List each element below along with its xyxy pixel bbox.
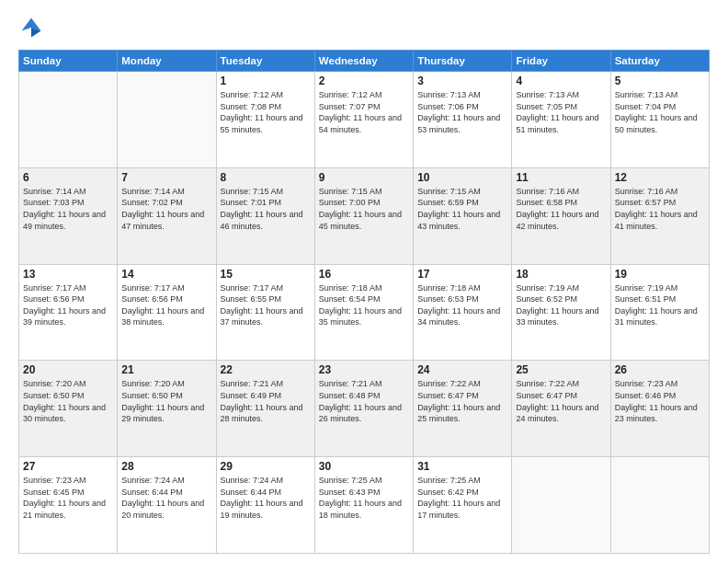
cell-info: Sunrise: 7:21 AM Sunset: 6:49 PM Dayligh…	[221, 378, 311, 424]
calendar-cell: 11Sunrise: 7:16 AM Sunset: 6:58 PM Dayli…	[512, 167, 610, 264]
day-number: 6	[23, 171, 113, 184]
cell-info: Sunrise: 7:22 AM Sunset: 6:47 PM Dayligh…	[516, 378, 606, 424]
calendar-cell: 18Sunrise: 7:19 AM Sunset: 6:52 PM Dayli…	[512, 264, 610, 361]
calendar-cell: 29Sunrise: 7:24 AM Sunset: 6:44 PM Dayli…	[216, 457, 314, 554]
cell-info: Sunrise: 7:16 AM Sunset: 6:58 PM Dayligh…	[516, 186, 606, 232]
cell-info: Sunrise: 7:25 AM Sunset: 6:42 PM Dayligh…	[417, 475, 507, 521]
cell-info: Sunrise: 7:25 AM Sunset: 6:43 PM Dayligh…	[319, 475, 409, 521]
cell-info: Sunrise: 7:13 AM Sunset: 7:04 PM Dayligh…	[615, 89, 705, 135]
day-number: 19	[615, 268, 705, 281]
calendar-cell: 15Sunrise: 7:17 AM Sunset: 6:55 PM Dayli…	[216, 264, 314, 361]
calendar-cell: 4Sunrise: 7:13 AM Sunset: 7:05 PM Daylig…	[512, 72, 610, 168]
day-number: 26	[615, 363, 705, 376]
weekday-header-sunday: Sunday	[19, 51, 118, 72]
cell-info: Sunrise: 7:15 AM Sunset: 7:00 PM Dayligh…	[319, 186, 409, 232]
day-number: 23	[319, 363, 409, 376]
calendar-cell	[19, 72, 118, 168]
calendar-cell	[610, 457, 709, 554]
week-row-3: 13Sunrise: 7:17 AM Sunset: 6:56 PM Dayli…	[19, 264, 710, 361]
weekday-header-saturday: Saturday	[610, 51, 709, 72]
cell-info: Sunrise: 7:15 AM Sunset: 6:59 PM Dayligh…	[417, 186, 507, 232]
calendar-cell: 19Sunrise: 7:19 AM Sunset: 6:51 PM Dayli…	[610, 264, 709, 361]
day-number: 16	[319, 268, 409, 281]
day-number: 22	[221, 363, 311, 376]
cell-info: Sunrise: 7:22 AM Sunset: 6:47 PM Dayligh…	[417, 378, 507, 424]
cell-info: Sunrise: 7:24 AM Sunset: 6:44 PM Dayligh…	[121, 475, 211, 521]
day-number: 1	[221, 75, 311, 87]
day-number: 28	[121, 460, 211, 473]
calendar-cell: 16Sunrise: 7:18 AM Sunset: 6:54 PM Dayli…	[314, 264, 413, 361]
weekday-header-row: SundayMondayTuesdayWednesdayThursdayFrid…	[19, 51, 710, 72]
cell-info: Sunrise: 7:24 AM Sunset: 6:44 PM Dayligh…	[221, 475, 311, 521]
weekday-header-thursday: Thursday	[414, 51, 512, 72]
calendar-cell	[118, 72, 216, 168]
cell-info: Sunrise: 7:17 AM Sunset: 6:56 PM Dayligh…	[121, 282, 211, 328]
cell-info: Sunrise: 7:12 AM Sunset: 7:08 PM Dayligh…	[221, 89, 311, 135]
header	[18, 15, 710, 40]
cell-info: Sunrise: 7:23 AM Sunset: 6:45 PM Dayligh…	[23, 475, 113, 521]
cell-info: Sunrise: 7:19 AM Sunset: 6:51 PM Dayligh…	[615, 282, 705, 328]
cell-info: Sunrise: 7:23 AM Sunset: 6:46 PM Dayligh…	[615, 378, 705, 424]
calendar-cell: 30Sunrise: 7:25 AM Sunset: 6:43 PM Dayli…	[314, 457, 413, 554]
day-number: 9	[319, 171, 409, 184]
page: SundayMondayTuesdayWednesdayThursdayFrid…	[0, 0, 728, 563]
cell-info: Sunrise: 7:14 AM Sunset: 7:02 PM Dayligh…	[121, 186, 211, 232]
week-row-1: 1Sunrise: 7:12 AM Sunset: 7:08 PM Daylig…	[19, 72, 710, 168]
day-number: 27	[23, 460, 113, 473]
calendar-cell: 13Sunrise: 7:17 AM Sunset: 6:56 PM Dayli…	[19, 264, 118, 361]
cell-info: Sunrise: 7:19 AM Sunset: 6:52 PM Dayligh…	[516, 282, 606, 328]
calendar-cell: 6Sunrise: 7:14 AM Sunset: 7:03 PM Daylig…	[19, 167, 118, 264]
weekday-header-monday: Monday	[118, 51, 216, 72]
calendar-table: SundayMondayTuesdayWednesdayThursdayFrid…	[18, 50, 710, 554]
calendar-cell: 28Sunrise: 7:24 AM Sunset: 6:44 PM Dayli…	[118, 457, 216, 554]
cell-info: Sunrise: 7:21 AM Sunset: 6:48 PM Dayligh…	[319, 378, 409, 424]
calendar-cell: 21Sunrise: 7:20 AM Sunset: 6:50 PM Dayli…	[118, 361, 216, 457]
day-number: 25	[516, 363, 606, 376]
day-number: 5	[615, 75, 705, 87]
day-number: 18	[516, 268, 606, 281]
day-number: 14	[121, 268, 211, 281]
day-number: 7	[121, 171, 211, 184]
day-number: 31	[417, 460, 507, 473]
cell-info: Sunrise: 7:13 AM Sunset: 7:05 PM Dayligh…	[516, 89, 606, 135]
calendar-cell: 27Sunrise: 7:23 AM Sunset: 6:45 PM Dayli…	[19, 457, 118, 554]
day-number: 30	[319, 460, 409, 473]
day-number: 8	[221, 171, 311, 184]
day-number: 13	[23, 268, 113, 281]
cell-info: Sunrise: 7:17 AM Sunset: 6:55 PM Dayligh…	[221, 282, 311, 328]
calendar-cell: 23Sunrise: 7:21 AM Sunset: 6:48 PM Dayli…	[314, 361, 413, 457]
day-number: 21	[121, 363, 211, 376]
day-number: 20	[23, 363, 113, 376]
day-number: 17	[417, 268, 507, 281]
calendar-cell: 10Sunrise: 7:15 AM Sunset: 6:59 PM Dayli…	[414, 167, 512, 264]
calendar-cell: 17Sunrise: 7:18 AM Sunset: 6:53 PM Dayli…	[414, 264, 512, 361]
calendar-cell: 7Sunrise: 7:14 AM Sunset: 7:02 PM Daylig…	[118, 167, 216, 264]
day-number: 3	[417, 75, 507, 87]
day-number: 11	[516, 171, 606, 184]
calendar-cell: 25Sunrise: 7:22 AM Sunset: 6:47 PM Dayli…	[512, 361, 610, 457]
day-number: 10	[417, 171, 507, 184]
calendar-cell	[512, 457, 610, 554]
week-row-5: 27Sunrise: 7:23 AM Sunset: 6:45 PM Dayli…	[19, 457, 710, 554]
cell-info: Sunrise: 7:17 AM Sunset: 6:56 PM Dayligh…	[23, 282, 113, 328]
cell-info: Sunrise: 7:12 AM Sunset: 7:07 PM Dayligh…	[319, 89, 409, 135]
calendar-cell: 22Sunrise: 7:21 AM Sunset: 6:49 PM Dayli…	[216, 361, 314, 457]
cell-info: Sunrise: 7:20 AM Sunset: 6:50 PM Dayligh…	[23, 378, 113, 424]
cell-info: Sunrise: 7:13 AM Sunset: 7:06 PM Dayligh…	[417, 89, 507, 135]
day-number: 2	[319, 75, 409, 87]
calendar-cell: 24Sunrise: 7:22 AM Sunset: 6:47 PM Dayli…	[414, 361, 512, 457]
day-number: 29	[221, 460, 311, 473]
cell-info: Sunrise: 7:20 AM Sunset: 6:50 PM Dayligh…	[121, 378, 211, 424]
calendar-cell: 12Sunrise: 7:16 AM Sunset: 6:57 PM Dayli…	[610, 167, 709, 264]
logo-icon	[18, 15, 44, 40]
weekday-header-friday: Friday	[512, 51, 610, 72]
calendar-cell: 8Sunrise: 7:15 AM Sunset: 7:01 PM Daylig…	[216, 167, 314, 264]
calendar-cell: 9Sunrise: 7:15 AM Sunset: 7:00 PM Daylig…	[314, 167, 413, 264]
weekday-header-wednesday: Wednesday	[314, 51, 413, 72]
week-row-4: 20Sunrise: 7:20 AM Sunset: 6:50 PM Dayli…	[19, 361, 710, 457]
calendar-cell: 1Sunrise: 7:12 AM Sunset: 7:08 PM Daylig…	[216, 72, 314, 168]
cell-info: Sunrise: 7:15 AM Sunset: 7:01 PM Dayligh…	[221, 186, 311, 232]
calendar-cell: 2Sunrise: 7:12 AM Sunset: 7:07 PM Daylig…	[314, 72, 413, 168]
day-number: 24	[417, 363, 507, 376]
logo	[18, 15, 48, 40]
